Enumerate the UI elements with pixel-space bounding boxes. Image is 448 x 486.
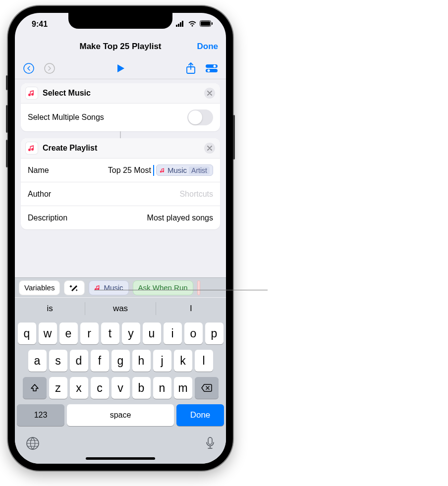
text-cursor: [153, 165, 154, 176]
variables-button[interactable]: Variables: [19, 280, 60, 295]
suggestion[interactable]: I: [156, 302, 226, 315]
magic-variable-button[interactable]: [64, 280, 85, 295]
key-l[interactable]: l: [195, 350, 213, 372]
dictation-key[interactable]: [205, 436, 215, 452]
nav-bar: Make Top 25 Playlist Done: [15, 36, 226, 57]
svg-rect-15: [208, 437, 212, 444]
svg-rect-3: [182, 21, 183, 27]
name-field[interactable]: Top 25 Most Music Artist: [54, 164, 213, 176]
keyboard: is was I q w e r t y u i o p a: [15, 298, 226, 464]
author-label: Author: [28, 190, 51, 199]
key-k[interactable]: k: [174, 350, 192, 372]
key-p[interactable]: p: [205, 323, 224, 344]
select-multiple-label: Select Multiple Songs: [28, 113, 104, 122]
key-s[interactable]: s: [49, 350, 67, 372]
notch: [68, 13, 172, 29]
redo-button: [44, 62, 56, 74]
key-d[interactable]: d: [70, 350, 88, 372]
key-j[interactable]: j: [153, 350, 171, 372]
music-app-icon: [26, 87, 38, 99]
suggestion[interactable]: is: [15, 302, 85, 315]
undo-button[interactable]: [23, 62, 35, 74]
key-b[interactable]: b: [132, 377, 151, 399]
select-multiple-switch[interactable]: [187, 109, 213, 125]
key-z[interactable]: z: [49, 377, 67, 399]
toolbar: [15, 57, 226, 79]
space-key[interactable]: space: [67, 404, 174, 426]
music-variable-pill[interactable]: Music: [89, 280, 128, 295]
key-o[interactable]: o: [184, 323, 203, 344]
key-c[interactable]: c: [91, 377, 109, 399]
done-button[interactable]: Done: [197, 42, 219, 52]
key-m[interactable]: m: [174, 377, 192, 399]
key-r[interactable]: r: [80, 323, 99, 344]
key-i[interactable]: i: [164, 323, 182, 344]
name-label: Name: [28, 166, 49, 175]
key-h[interactable]: h: [132, 350, 151, 372]
action-create-playlist: Create Playlist Name Top 25 Most Music A…: [21, 138, 220, 229]
music-app-icon: [26, 142, 38, 154]
svg-rect-0: [176, 25, 177, 27]
shift-key[interactable]: [23, 377, 47, 399]
key-u[interactable]: u: [143, 323, 161, 344]
action-title: Create Playlist: [43, 144, 199, 153]
variable-bar: Variables Music Ask When Run: [15, 277, 226, 297]
key-t[interactable]: t: [101, 323, 119, 344]
clipboard-variable-pill[interactable]: [197, 280, 200, 295]
status-right: [176, 20, 213, 29]
key-x[interactable]: x: [70, 377, 88, 399]
author-field[interactable]: Shortcuts: [56, 190, 213, 199]
status-time: 9:41: [32, 20, 48, 29]
settings-button[interactable]: [205, 63, 218, 73]
signal-icon: [176, 20, 185, 29]
action-select-music: Select Music Select Multiple Songs: [21, 83, 220, 131]
svg-rect-6: [212, 22, 213, 25]
backspace-key[interactable]: [195, 377, 219, 399]
key-q[interactable]: q: [18, 323, 36, 344]
callout-line: [94, 290, 268, 290]
emoji-key[interactable]: [26, 436, 40, 452]
share-button[interactable]: [185, 62, 196, 75]
svg-rect-5: [201, 21, 210, 26]
key-a[interactable]: a: [28, 350, 47, 372]
key-f[interactable]: f: [91, 350, 109, 372]
page-title: Make Top 25 Playlist: [79, 42, 161, 52]
svg-rect-1: [178, 24, 179, 27]
key-g[interactable]: g: [112, 350, 130, 372]
key-n[interactable]: n: [153, 377, 171, 399]
close-icon[interactable]: [204, 143, 215, 154]
svg-point-8: [45, 63, 55, 73]
music-variable-token[interactable]: Music Artist: [156, 164, 213, 176]
ask-when-run-pill[interactable]: Ask When Run: [133, 280, 193, 295]
close-icon[interactable]: [204, 88, 215, 99]
play-button[interactable]: [115, 63, 125, 73]
key-y[interactable]: y: [122, 323, 140, 344]
svg-rect-2: [180, 22, 181, 27]
suggestion[interactable]: was: [85, 302, 156, 315]
svg-point-7: [24, 63, 34, 73]
key-e[interactable]: e: [59, 323, 78, 344]
connector-line: [21, 131, 220, 138]
wifi-icon: [188, 20, 197, 29]
home-indicator[interactable]: [86, 457, 155, 460]
svg-point-13: [208, 69, 210, 72]
key-w[interactable]: w: [39, 323, 57, 344]
suggestion-bar: is was I: [15, 298, 226, 320]
description-label: Description: [28, 214, 67, 222]
battery-icon: [200, 20, 213, 29]
key-v[interactable]: v: [112, 377, 130, 399]
action-title: Select Music: [43, 89, 199, 98]
number-key[interactable]: 123: [17, 404, 64, 426]
keyboard-done-key[interactable]: Done: [176, 404, 224, 426]
description-field[interactable]: Most played songs: [72, 214, 213, 222]
svg-point-11: [214, 65, 216, 67]
